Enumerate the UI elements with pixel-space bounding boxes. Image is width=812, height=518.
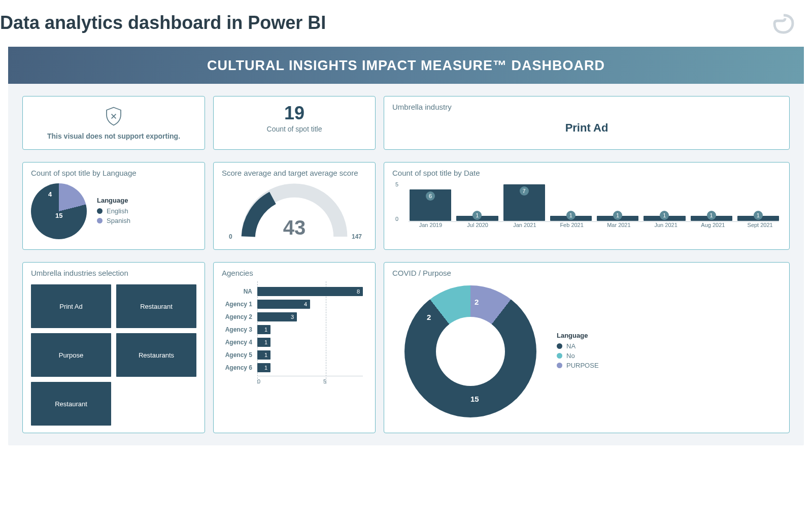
date-bar-value: 1	[754, 211, 763, 220]
agency-bar[interactable]: 4	[257, 300, 310, 309]
agency-bar-row[interactable]: Agency 14	[222, 300, 363, 309]
agency-bar-row[interactable]: NA8	[222, 287, 363, 296]
legend-title: Language	[557, 332, 599, 339]
date-bar[interactable]: 1	[737, 216, 779, 221]
date-bar[interactable]: 6	[410, 189, 451, 221]
language-pie-title: Count of spot title by Language	[31, 169, 196, 177]
legend-item-na[interactable]: NA	[557, 342, 599, 350]
date-x-label: Jun 2021	[645, 222, 687, 228]
umbrella-industry-title: Umbrella industry	[392, 103, 781, 111]
agency-label: Agency 5	[222, 351, 252, 359]
legend-item-english[interactable]: English	[97, 207, 130, 215]
agency-bar[interactable]: 1	[257, 350, 270, 360]
agencies-card[interactable]: Agencies NA8Agency 14Agency 23Agency 31A…	[213, 262, 376, 433]
page-title: Data analytics dashboard in Power BI	[0, 12, 326, 34]
agency-bar-row[interactable]: Agency 31	[222, 325, 363, 334]
treemap-tile[interactable]: Restaurant	[31, 382, 111, 426]
legend-title: Language	[97, 197, 130, 204]
agency-bar[interactable]: 3	[257, 312, 297, 321]
donut-slice-label-na: 15	[470, 395, 479, 403]
y-tick: 0	[395, 216, 398, 222]
y-tick: 5	[395, 181, 398, 187]
legend-item-no[interactable]: No	[557, 352, 599, 360]
legend-item-spanish[interactable]: Spanish	[97, 217, 130, 224]
legend-label: Spanish	[107, 217, 130, 224]
agency-label: Agency 1	[222, 301, 252, 308]
agency-bar-row[interactable]: Agency 51	[222, 350, 363, 360]
date-bar[interactable]: 7	[503, 184, 545, 221]
dashboard-title: CULTURAL INSIGHTS IMPACT MEASURE™ DASHBO…	[8, 47, 804, 84]
export-error-text: This visual does not support exporting.	[29, 132, 198, 140]
treemap-card[interactable]: Umbrella industries selection Print Ad R…	[22, 262, 205, 433]
date-bar[interactable]: 1	[550, 216, 592, 221]
agency-bar[interactable]: 1	[257, 363, 270, 372]
treemap-tile[interactable]: Restaurant	[116, 284, 196, 328]
gauge-max: 147	[352, 233, 362, 240]
umbrella-industry-card: Umbrella industry Print Ad	[384, 96, 790, 150]
date-x-label: Sept 2021	[739, 222, 781, 228]
kpi-count-label: Count of spot title	[220, 125, 369, 133]
legend-item-purpose[interactable]: PURPOSE	[557, 362, 599, 369]
donut-card[interactable]: COVID / Purpose 2 2 15 Language NA No PU…	[384, 262, 790, 433]
date-bar-value: 7	[520, 186, 529, 196]
date-bar[interactable]: 1	[644, 216, 685, 221]
kpi-count-card: 19 Count of spot title	[213, 96, 376, 150]
donut-legend: Language NA No PURPOSE	[557, 332, 599, 371]
treemap-tile[interactable]: Print Ad	[31, 284, 111, 328]
date-column-chart[interactable]: 5 0 61711111	[392, 181, 781, 222]
language-pie-legend: Language English Spanish	[97, 197, 130, 226]
export-error-card: This visual does not support exporting.	[22, 96, 205, 150]
pie-slice-label-english: 15	[55, 212, 62, 219]
date-bar[interactable]: 1	[597, 216, 638, 221]
date-bar-value: 1	[472, 211, 482, 220]
donut-chart[interactable]: 2 2 15	[404, 285, 536, 417]
treemap-tile[interactable]: Restaurants	[116, 333, 196, 377]
donut-slice-label-purpose: 2	[475, 298, 479, 306]
date-x-label: Jul 2020	[457, 222, 499, 228]
date-bar-value: 1	[566, 211, 576, 220]
agencies-x-tick: 0	[257, 378, 260, 384]
agency-bar[interactable]: 1	[257, 325, 270, 334]
kpi-count-value: 19	[220, 103, 369, 124]
pie-slice-label-spanish: 4	[48, 190, 52, 198]
agencies-x-tick: 5	[323, 378, 326, 384]
date-bar-value: 1	[707, 211, 716, 220]
brand-logo-icon	[771, 12, 796, 37]
language-pie-chart[interactable]: 4 15	[31, 183, 87, 239]
agency-bar-row[interactable]: Agency 41	[222, 338, 363, 347]
date-column-title: Count of spot title by Date	[392, 169, 781, 177]
agency-bar[interactable]: 1	[257, 338, 270, 347]
agency-label: Agency 3	[222, 326, 252, 333]
gauge-card[interactable]: Score average and target average score 4…	[213, 162, 376, 250]
treemap-chart[interactable]: Print Ad Restaurant Purpose Restaurants …	[31, 281, 196, 426]
date-x-label: Mar 2021	[598, 222, 640, 228]
date-x-label: Jan 2021	[504, 222, 546, 228]
agency-bar-row[interactable]: Agency 23	[222, 312, 363, 321]
shield-x-icon	[103, 106, 124, 127]
gauge-value: 43	[283, 216, 306, 239]
legend-label: NA	[566, 342, 576, 350]
gauge-min: 0	[229, 233, 232, 240]
treemap-tile[interactable]: Purpose	[31, 333, 111, 377]
treemap-title: Umbrella industries selection	[31, 269, 196, 277]
date-x-label: Feb 2021	[551, 222, 593, 228]
agency-label: Agency 6	[222, 364, 252, 371]
date-bar-value: 6	[426, 191, 435, 201]
date-bar-value: 1	[613, 211, 622, 220]
donut-title: COVID / Purpose	[392, 269, 781, 277]
date-bar-value: 1	[660, 211, 669, 220]
date-bar[interactable]: 1	[456, 216, 498, 221]
donut-slice-label-no: 2	[427, 313, 431, 321]
date-column-card[interactable]: Count of spot title by Date 5 0 61711111…	[384, 162, 790, 250]
agency-bar[interactable]: 8	[257, 287, 363, 296]
agency-bar-row[interactable]: Agency 61	[222, 363, 363, 372]
legend-label: No	[566, 352, 575, 360]
agency-label: Agency 2	[222, 313, 252, 320]
legend-label: English	[107, 207, 128, 215]
agencies-bar-chart[interactable]: NA8Agency 14Agency 23Agency 31Agency 41A…	[222, 281, 367, 396]
gauge-title: Score average and target average score	[222, 169, 367, 177]
agency-label: NA	[222, 288, 252, 295]
language-pie-card[interactable]: Count of spot title by Language 4 15 Lan…	[22, 162, 205, 250]
date-bar[interactable]: 1	[691, 216, 732, 221]
date-x-label: Jan 2019	[410, 222, 452, 228]
